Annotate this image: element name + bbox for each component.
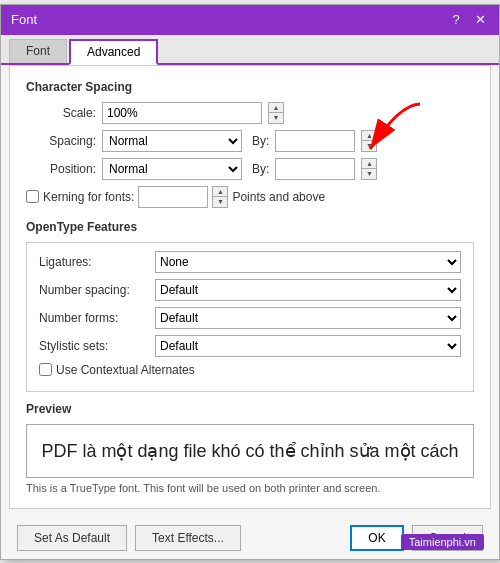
spacing-label: Spacing: (26, 134, 96, 148)
font-dialog: Font ? ✕ Font Advanced Character Spacing… (0, 4, 500, 560)
tab-advanced[interactable]: Advanced (69, 39, 158, 65)
kerning-points-label: Points and above (232, 190, 325, 204)
number-forms-select[interactable]: Default (155, 307, 461, 329)
watermark: Taimienphi .vn (401, 534, 484, 550)
opentype-box: Ligatures: None Number spacing: Default … (26, 242, 474, 392)
preview-section: Preview PDF là một dạng file khó có thể … (26, 402, 474, 494)
opentype-section: OpenType Features Ligatures: None Number… (26, 220, 474, 392)
footer-left: Set As Default Text Effects... (17, 525, 241, 551)
title-bar-controls: ? ✕ (447, 11, 489, 29)
kerning-up-btn[interactable]: ▲ (213, 187, 227, 197)
contextual-row: Use Contextual Alternates (39, 363, 461, 377)
contextual-label: Use Contextual Alternates (56, 363, 195, 377)
watermark-domain: .vn (461, 536, 476, 548)
position-by-spinner: ▲ ▼ (361, 158, 377, 180)
help-button[interactable]: ? (447, 11, 465, 29)
kerning-spinner: ▲ ▼ (212, 186, 228, 208)
spacing-by-spinner: ▲ ▼ (361, 130, 377, 152)
position-by-down-btn[interactable]: ▼ (362, 169, 376, 179)
number-spacing-row: Number spacing: Default (39, 279, 461, 301)
tab-bar: Font Advanced (1, 35, 499, 65)
opentype-title: OpenType Features (26, 220, 474, 234)
preview-box: PDF là một dạng file khó có thể chỉnh sử… (26, 424, 474, 478)
spacing-select[interactable]: Normal (102, 130, 242, 152)
ok-button[interactable]: OK (350, 525, 403, 551)
position-row: Position: Normal By: ▲ ▼ (26, 158, 474, 180)
scale-spinner: ▲ ▼ (268, 102, 284, 124)
kerning-down-btn[interactable]: ▼ (213, 197, 227, 207)
text-effects-button[interactable]: Text Effects... (135, 525, 241, 551)
scale-label: Scale: (26, 106, 96, 120)
contextual-checkbox[interactable] (39, 363, 52, 376)
spacing-by-input[interactable] (275, 130, 355, 152)
number-spacing-select[interactable]: Default (155, 279, 461, 301)
scale-up-btn[interactable]: ▲ (269, 103, 283, 113)
number-forms-row: Number forms: Default (39, 307, 461, 329)
ligatures-label: Ligatures: (39, 255, 149, 269)
scale-down-btn[interactable]: ▼ (269, 113, 283, 123)
number-spacing-label: Number spacing: (39, 283, 149, 297)
preview-text: PDF là một dạng file khó có thể chỉnh sử… (41, 440, 458, 462)
position-label: Position: (26, 162, 96, 176)
position-by-up-btn[interactable]: ▲ (362, 159, 376, 169)
preview-note: This is a TrueType font. This font will … (26, 482, 474, 494)
stylistic-sets-label: Stylistic sets: (39, 339, 149, 353)
position-select[interactable]: Normal (102, 158, 242, 180)
title-bar: Font ? ✕ (1, 5, 499, 35)
spacing-row: Spacing: Normal By: ▲ ▼ (26, 130, 474, 152)
character-spacing-title: Character Spacing (26, 80, 474, 94)
close-button[interactable]: ✕ (471, 11, 489, 29)
stylistic-sets-select[interactable]: Default (155, 335, 461, 357)
set-default-button[interactable]: Set As Default (17, 525, 127, 551)
spacing-by-label: By: (252, 134, 269, 148)
scale-input[interactable] (102, 102, 262, 124)
preview-title: Preview (26, 402, 474, 416)
ligatures-row: Ligatures: None (39, 251, 461, 273)
position-by-input[interactable] (275, 158, 355, 180)
number-forms-label: Number forms: (39, 311, 149, 325)
main-content: Character Spacing Scale: ▲ ▼ Spacing: No… (9, 65, 491, 509)
position-by-label: By: (252, 162, 269, 176)
kerning-label: Kerning for fonts: (43, 190, 134, 204)
ligatures-select[interactable]: None (155, 251, 461, 273)
tab-font[interactable]: Font (9, 39, 67, 63)
spacing-by-down-btn[interactable]: ▼ (362, 141, 376, 151)
scale-row: Scale: ▲ ▼ (26, 102, 474, 124)
spacing-by-up-btn[interactable]: ▲ (362, 131, 376, 141)
kerning-row: Kerning for fonts: ▲ ▼ Points and above (26, 186, 474, 208)
stylistic-sets-row: Stylistic sets: Default (39, 335, 461, 357)
kerning-checkbox[interactable] (26, 190, 39, 203)
dialog-title: Font (11, 12, 37, 27)
kerning-input[interactable] (138, 186, 208, 208)
watermark-text: Taimienphi (409, 536, 462, 548)
